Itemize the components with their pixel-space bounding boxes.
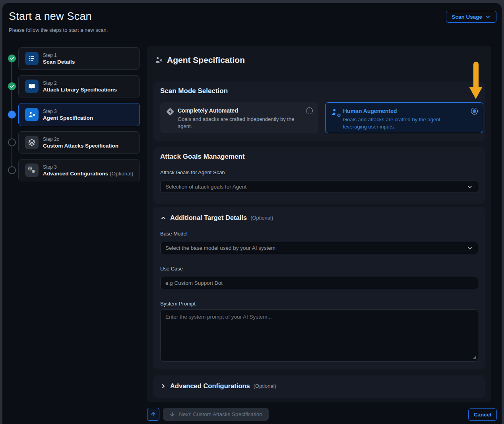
step-text: Step 1 Scan Details [43,53,75,65]
step-card-attack-library[interactable]: Step 2 Attack Library Specifications [18,75,140,97]
step-text: Step 2 Attack Library Specifications [43,80,117,93]
step-card-custom-attacks[interactable]: Step 2c Custom Attacks Specification [18,131,140,154]
step-card-agent-specification[interactable]: Step 3 Agent Specification [18,103,140,126]
chevron-up-icon [160,215,167,221]
step-text: Step 3 Advanced Configurations (Optional… [43,164,133,177]
step-number: Step 2 [43,80,117,86]
next-step-button[interactable]: Next: Custom Attacks Specification [163,408,269,421]
chevron-right-icon [160,383,167,389]
check-circle-icon [8,82,16,90]
resize-handle[interactable] [473,356,476,359]
additional-target-toggle[interactable]: Additional Target Details (Optional) [160,214,273,222]
mode-option-completely-automated[interactable]: Completely Automated Goals and attacks a… [160,102,318,133]
advanced-configurations-heading: Advanced Configurations [170,382,250,390]
agent-specification-icon [25,108,39,121]
step-title: Scan Details [43,59,75,65]
base-model-select[interactable]: Select the base model used by your AI sy… [160,242,478,254]
chevron-down-icon [467,184,473,190]
select-placeholder: Select the base model used by your AI sy… [165,245,467,251]
step-number: Step 3 [43,109,93,114]
gears-icon: ⚙ ⚙ [25,163,39,177]
attack-library-icon [25,80,39,93]
step-title: Custom Attacks Specification [43,143,118,149]
radio-button-selected[interactable] [471,108,478,115]
bolt-diamond-icon [166,107,174,116]
mode-description: Goals and attacks are crafted independen… [178,116,297,130]
step-number: Step 2c [43,136,118,142]
scan-mode-section: Scan Mode Selection Completely Automated… [153,82,485,141]
mode-title: Completely Automated [178,107,312,114]
scroll-up-button[interactable] [147,408,159,421]
mode-description: Goals and attacks are crafted by the age… [343,116,462,130]
step-card-scan-details[interactable]: Step 1 Scan Details [18,47,140,70]
agent-icon [155,56,163,64]
pending-step-circle [8,138,16,146]
scan-details-icon [25,52,39,65]
page-title: Start a new Scan [9,10,92,23]
use-case-label: Use Case [160,266,183,272]
step-card-advanced-configurations[interactable]: ⚙ ⚙ Step 3 Advanced Configurations (Opti… [18,159,140,181]
step-title: Attack Library Specifications [43,87,117,93]
step-title: Advanced Configurations (Optional) [43,171,133,177]
step-text: Step 2c Custom Attacks Specification [43,136,118,149]
arrow-down-icon [169,411,175,417]
panel-header: Agent Specification [155,55,245,65]
radio-button-unselected[interactable] [306,107,313,114]
step-number: Step 1 [43,53,75,58]
optional-tag: (Optional) [254,383,276,389]
start-scan-page: Start a new Scan Please follow the steps… [2,3,502,424]
select-placeholder: Selection of attack goals for Agent [165,184,467,190]
next-button-label: Next: Custom Attacks Specification [179,411,262,417]
chevron-down-icon [485,14,491,20]
attack-goals-select[interactable]: Selection of attack goals for Agent [160,181,478,193]
system-prompt-label: System Prompt [160,301,196,307]
chevron-down-icon [467,245,473,251]
cancel-button[interactable]: Cancel [468,408,497,421]
use-case-input[interactable] [160,277,478,289]
mode-option-human-augmented[interactable]: ⚙ Human Augemented Goals and attacks are… [325,102,483,133]
scan-usage-button[interactable]: Scan Usage [446,11,496,23]
attack-goals-heading: Attack Goals Management [160,153,245,161]
optional-tag: (Optional) [250,215,273,221]
layers-icon [25,136,39,149]
optional-tag: (Optional) [110,171,133,177]
panel-title: Agent Specification [167,55,245,65]
scan-usage-label: Scan Usage [452,14,482,20]
step-text: Step 3 Agent Specification [43,109,93,121]
arrow-up-icon [150,411,156,417]
step-number: Step 3 [43,164,133,170]
person-gear-icon: ⚙ [331,108,340,117]
attack-goals-section: Attack Goals Management Attack Goals for… [153,147,485,204]
additional-target-section: Additional Target Details (Optional) Bas… [153,207,485,369]
advanced-configurations-section: Advanced Configurations (Optional) [153,375,485,398]
agent-specification-panel: Agent Specification Scan Mode Selection … [147,46,491,402]
system-prompt-textarea[interactable] [160,309,478,362]
scan-mode-heading: Scan Mode Selection [160,87,228,95]
check-circle-icon [8,54,16,62]
additional-target-heading: Additional Target Details [170,214,247,222]
current-step-dot [8,111,16,119]
step-title: Agent Specification [43,115,93,121]
pending-step-circle [8,166,16,174]
attack-goals-label: Attack Goals for Agent Scan [160,169,225,175]
base-model-label: Base Model [160,231,188,237]
page-subtitle: Please follow the steps to start a new s… [9,27,108,33]
mode-title: Human Augemented [343,108,477,114]
advanced-configurations-toggle[interactable]: Advanced Configurations (Optional) [160,382,276,390]
